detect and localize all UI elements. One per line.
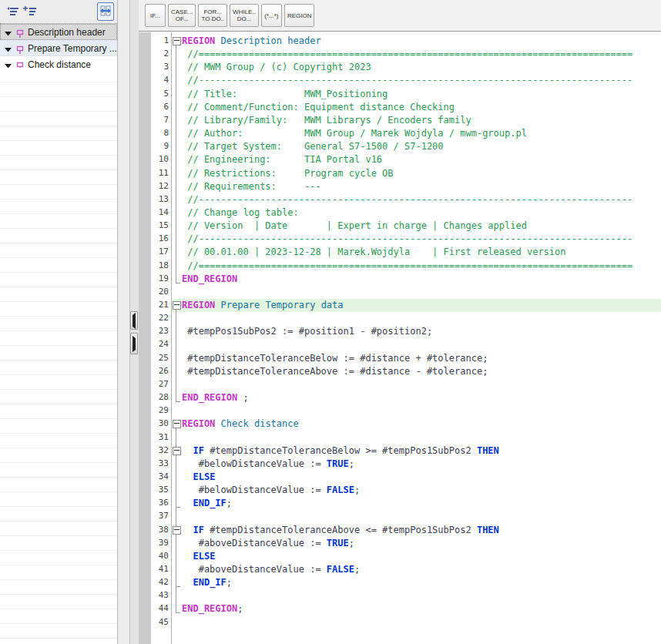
code-line[interactable]: 42 END_IF; (139, 576, 661, 589)
line-number: 16 (151, 233, 169, 243)
line-number: 2 (151, 49, 169, 59)
code-line[interactable]: 17 // 00.01.00 | 2023-12-28 | Marek.Wojd… (139, 246, 661, 259)
code-line[interactable]: 27 (139, 378, 661, 391)
expand-all-icon[interactable] (23, 6, 37, 18)
snippet-button-label: WHILE.. (233, 8, 256, 15)
code-line[interactable]: 15 // Version | Date | Expert in charge … (139, 220, 661, 233)
line-number: 29 (151, 405, 169, 415)
scl-editor: IF...CASE...OF...FOR...TO DO..WHILE..DO.… (139, 0, 661, 644)
left-arrow-icon (133, 313, 136, 329)
toggle-split-icon (99, 5, 112, 19)
region-icon (15, 44, 25, 53)
snippet-button-label: CASE... (171, 8, 193, 15)
snippet-button-label: OF... (176, 15, 189, 22)
tree-item-prepare-temporary[interactable]: Prepare Temporary ... (0, 40, 117, 56)
code-text: END_REGION (182, 273, 237, 284)
code-line[interactable]: 13 //-----------------------------------… (139, 193, 661, 206)
splitter-collapse-right-button[interactable] (130, 333, 138, 354)
code-line[interactable]: 31 (139, 431, 661, 444)
snippet-button-case-of[interactable]: CASE...OF... (168, 4, 196, 27)
region-icon (15, 28, 25, 37)
snippet-button-if[interactable]: IF... (145, 4, 166, 27)
code-text: //--------------------------------------… (182, 194, 632, 205)
line-number: 23 (151, 326, 169, 336)
code-line[interactable]: 40 ELSE (139, 550, 661, 563)
code-line[interactable]: 38 IF #tempDistanceToleranceAbove <= #te… (139, 524, 661, 537)
line-number: 15 (151, 220, 169, 230)
line-number: 35 (151, 485, 169, 495)
code-line[interactable]: 18 //===================================… (139, 260, 661, 273)
code-line[interactable]: 20 (139, 286, 661, 299)
toggle-navigation-button[interactable] (97, 2, 114, 21)
code-line[interactable]: 11 // Restrictions: Program cycle OB (139, 167, 661, 180)
code-line[interactable]: 43 (139, 589, 661, 602)
code-line[interactable]: 14 // Change log table: (139, 206, 661, 220)
code-line[interactable]: 6 // Comment/Function: Equipment distanc… (139, 101, 661, 114)
code-line[interactable]: 39 #aboveDistanceValue := TRUE; (139, 537, 661, 550)
code-line[interactable]: 32 IF #tempDistanceToleranceBelow >= #te… (139, 444, 661, 458)
snippet-button-while-do[interactable]: WHILE..DO... (230, 4, 259, 27)
code-line[interactable]: 30REGION Check distance (139, 418, 661, 431)
code-line[interactable]: 10 // Engineering: TIA Portal v16 (139, 153, 661, 166)
line-number: 45 (151, 617, 169, 627)
code-text: // Restrictions: Program cycle OB (182, 168, 394, 179)
code-text: REGION Check distance (182, 418, 299, 429)
code-line[interactable]: 28END_REGION ; (139, 391, 661, 404)
code-line[interactable]: 3 // MWM Group / (c) Copyright 2023 (139, 61, 661, 74)
line-number: 18 (151, 260, 169, 270)
tree-empty-area (0, 68, 117, 644)
code-line[interactable]: 35 #belowDistanceValue := FALSE; (139, 484, 661, 497)
code-line[interactable]: 9 // Target System: General S7-1500 / S7… (139, 140, 661, 153)
snippet-button-region[interactable]: REGION (284, 4, 315, 27)
code-line[interactable]: 12 // Requirements: --- (139, 180, 661, 193)
code-line[interactable]: 22 (139, 312, 661, 325)
fold-collapse-box-icon[interactable] (173, 37, 181, 45)
code-line[interactable]: 16 //-----------------------------------… (139, 233, 661, 246)
expander-triangle-icon[interactable] (5, 25, 12, 39)
code-line[interactable]: 34 ELSE (139, 471, 661, 484)
code-line[interactable]: 36 END_IF; (139, 497, 661, 510)
line-number: 34 (151, 471, 169, 481)
collapse-all-icon[interactable] (6, 6, 20, 18)
code-line[interactable]: 5 // Title: MWM_Positioning (139, 88, 661, 101)
code-text: #tempPos1SubPos2 := #position1 - #positi… (182, 326, 432, 337)
code-line[interactable]: 25 #tempDistanceToleranceBelow := #dista… (139, 352, 661, 365)
code-line[interactable]: 19END_REGION (139, 273, 661, 286)
code-line[interactable]: 41 #aboveDistanceValue := FALSE; (139, 563, 661, 576)
fold-collapse-box-icon[interactable] (173, 301, 181, 310)
code-line[interactable]: 21REGION Prepare Temporary data (139, 299, 661, 312)
splitter-collapse-left-button[interactable] (130, 311, 138, 330)
code-text: ELSE (182, 471, 215, 482)
code-line[interactable]: 1REGION Description header (139, 35, 661, 48)
line-number: 9 (151, 141, 169, 151)
fold-collapse-box-icon[interactable] (173, 447, 181, 455)
code-line[interactable]: 7 // Library/Family: MWM Librarys / Enco… (139, 114, 661, 127)
code-line[interactable]: 33 #belowDistanceValue := TRUE; (139, 458, 661, 471)
code-text: #belowDistanceValue := TRUE; (182, 458, 354, 469)
line-number: 39 (151, 538, 169, 548)
code-line[interactable]: 45 (139, 616, 661, 629)
code-line[interactable]: 4 //------------------------------------… (139, 74, 661, 87)
code-line[interactable]: 37 (139, 510, 661, 523)
code-text: REGION Description header (182, 35, 321, 46)
tree-item-description-header[interactable]: Description header (0, 24, 117, 40)
code-line[interactable]: 8 // Author: MWM Group / Marek Wojdyla /… (139, 127, 661, 140)
expander-triangle-icon[interactable] (5, 42, 12, 55)
snippet-button-for-to-do[interactable]: FOR...TO DO.. (198, 4, 227, 27)
line-number: 14 (151, 207, 169, 217)
line-number: 41 (151, 564, 169, 574)
code-line[interactable]: 23 #tempPos1SubPos2 := #position1 - #pos… (139, 325, 661, 338)
line-number: 43 (151, 590, 169, 600)
code-line[interactable]: 29 (139, 404, 661, 418)
line-number: 42 (151, 577, 169, 587)
fold-collapse-box-icon[interactable] (173, 526, 181, 535)
fold-collapse-box-icon[interactable] (173, 420, 181, 428)
right-arrow-icon (133, 336, 136, 352)
line-number: 5 (151, 89, 169, 99)
code-line[interactable]: 24 (139, 338, 661, 351)
code-line[interactable]: 26 #tempDistanceToleranceAbove := #dista… (139, 365, 661, 378)
snippet-button-comment[interactable]: (*...*) (261, 4, 282, 27)
code-line[interactable]: 2 //====================================… (139, 48, 661, 61)
code-line[interactable]: 44END_REGION; (139, 602, 661, 615)
code-area[interactable]: 1REGION Description header2 //==========… (139, 32, 661, 644)
